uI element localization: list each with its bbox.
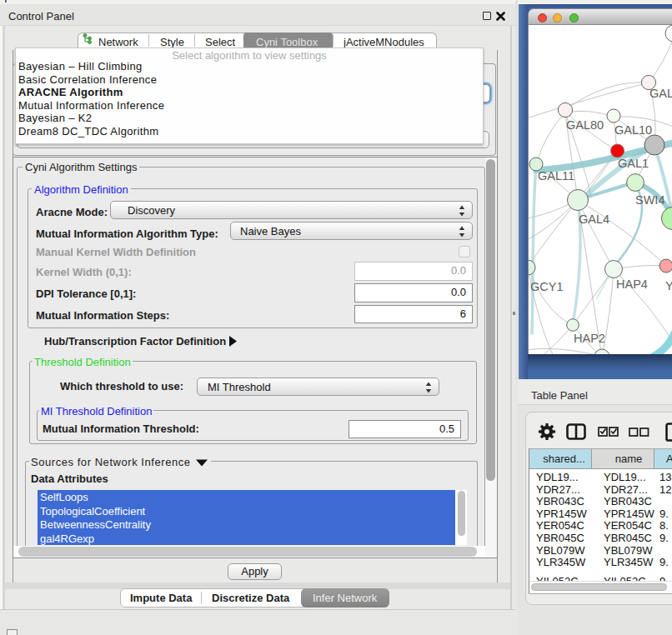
svg-text:Y: Y	[665, 279, 672, 292]
svg-text:SWI4: SWI4	[635, 193, 664, 207]
svg-text:GAL: GAL	[649, 87, 672, 100]
svg-text:GAL1: GAL1	[618, 157, 649, 170]
svg-text:GAL80: GAL80	[566, 118, 604, 132]
svg-text:HAP2: HAP2	[574, 332, 605, 345]
svg-text:GCY1: GCY1	[530, 280, 564, 293]
svg-text:GAL4: GAL4	[579, 212, 609, 226]
svg-text:GAL10: GAL10	[614, 123, 652, 137]
svg-text:GAL11: GAL11	[538, 169, 574, 182]
svg-text:HAP4: HAP4	[616, 278, 648, 291]
